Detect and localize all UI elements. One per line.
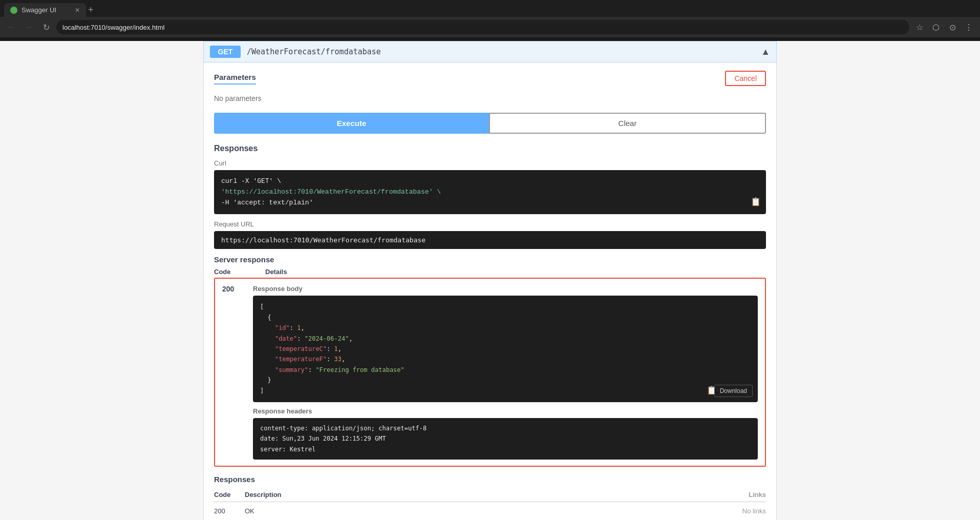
rb-val-tempf: 33	[334, 356, 342, 363]
clear-button[interactable]: Clear	[489, 113, 766, 134]
table-row: 200 OK No links	[214, 502, 766, 520]
header-server: server: Kestrel	[260, 446, 315, 453]
rb-id	[260, 324, 275, 331]
table-code-header: Code	[214, 491, 245, 498]
execute-button[interactable]: Execute	[214, 113, 489, 134]
response-details: Response body [ { "id": 1, "date": "2024…	[253, 285, 758, 460]
curl-block: curl -X 'GET' \ 'https://localhost:7010/…	[214, 170, 766, 214]
browser-chrome: Swagger UI ✕ + ← → ↻ ☆ ⬡ ⊙ ⋮	[0, 0, 980, 36]
rb-bracket-close: ]	[260, 387, 264, 394]
swagger-panel: GET /WeatherForecast/fromdatabase ▲ Para…	[203, 41, 777, 520]
curl-line2: 'https://localhost:7010/WeatherForecast/…	[221, 188, 441, 196]
tab-bar: Swagger UI ✕ +	[0, 0, 980, 17]
rb-date-indent	[260, 335, 275, 342]
nav-right: ☆ ⬡ ⊙ ⋮	[912, 20, 976, 34]
parameters-title: Parameters	[214, 73, 256, 85]
server-response-title: Server response	[214, 255, 766, 264]
copy-curl-icon[interactable]: 📋	[751, 196, 761, 210]
details-header: Details	[265, 268, 287, 276]
nav-bar: ← → ↻ ☆ ⬡ ⊙ ⋮	[0, 17, 980, 37]
rb-obj-close: }	[260, 377, 271, 384]
response-body-label: Response body	[253, 285, 758, 293]
rb-sum-indent	[260, 366, 275, 373]
profile-icon[interactable]: ⊙	[945, 20, 960, 34]
rb-tempc-indent	[260, 345, 275, 352]
response-headers-label: Response headers	[253, 407, 758, 415]
rb-key-id: "id"	[275, 324, 290, 331]
header-date: date: Sun,23 Jun 2024 12:15:29 GMT	[260, 435, 386, 442]
bottom-responses-title: Responses	[214, 475, 766, 484]
curl-line1: curl -X 'GET' \	[221, 177, 281, 185]
rb-bracket-open: [	[260, 303, 264, 310]
tab-close-button[interactable]: ✕	[75, 7, 80, 14]
no-params-text: No parameters	[214, 94, 766, 102]
request-url-label: Request URL	[214, 220, 766, 228]
response-row-top: 200 Response body [ { "id": 1, "date": "…	[222, 285, 758, 460]
curl-line3: -H 'accept: text/plain'	[221, 199, 313, 206]
bookmark-icon[interactable]: ☆	[912, 20, 927, 34]
rb-obj-open: {	[260, 314, 271, 321]
download-button[interactable]: Download	[714, 385, 753, 397]
code-header: Code	[214, 268, 245, 276]
tab-label: Swagger UI	[22, 6, 56, 14]
rb-val-tempc: 1	[334, 345, 338, 352]
active-tab[interactable]: Swagger UI ✕	[4, 3, 86, 17]
page-content: GET /WeatherForecast/fromdatabase ▲ Para…	[0, 41, 980, 520]
extensions-icon[interactable]: ⬡	[929, 20, 943, 34]
menu-icon[interactable]: ⋮	[962, 20, 976, 34]
response-table-header: Code Details	[214, 268, 766, 276]
header-content-type: content-type: application/json; charset=…	[260, 425, 427, 432]
reload-button[interactable]: ↻	[39, 20, 53, 34]
table-header-row: Code Description Links	[214, 488, 766, 502]
method-badge: GET	[210, 46, 241, 58]
rb-val-summary: "Freezing from database"	[315, 366, 404, 373]
endpoint-header: GET /WeatherForecast/fromdatabase ▲	[203, 41, 777, 63]
response-row-200: 200 Response body [ { "id": 1, "date": "…	[214, 278, 766, 467]
tab-favicon	[10, 7, 17, 14]
cancel-button[interactable]: Cancel	[725, 71, 766, 86]
forward-button[interactable]: →	[22, 20, 36, 34]
table-row-description: OK	[245, 507, 725, 515]
responses-heading: Responses	[214, 144, 766, 153]
action-buttons: Execute Clear	[214, 113, 766, 134]
url-bar[interactable]	[56, 20, 909, 34]
back-button[interactable]: ←	[4, 20, 18, 34]
bottom-responses: Responses Code Description Links 200 OK …	[214, 475, 766, 520]
collapse-button[interactable]: ▲	[761, 47, 770, 57]
request-url-block: https://localhost:7010/WeatherForecast/f…	[214, 231, 766, 249]
new-tab-button[interactable]: +	[88, 5, 94, 15]
parameters-section-header: Parameters Cancel	[214, 71, 766, 86]
rb-val-id: 1	[297, 324, 301, 331]
endpoint-path: /WeatherForecast/fromdatabase	[247, 47, 755, 56]
response-headers-block: content-type: application/json; charset=…	[253, 418, 758, 460]
table-row-links: No links	[725, 507, 766, 515]
endpoint-body: Parameters Cancel No parameters Execute …	[203, 63, 777, 520]
response-body-code: [ { "id": 1, "date": "2024-06-24", "temp…	[253, 296, 758, 402]
rb-tempf-indent	[260, 356, 275, 363]
rb-key-tempc: "temperatureC"	[275, 345, 327, 352]
rb-val-date: "2024-06-24"	[305, 335, 349, 342]
curl-label: Curl	[214, 159, 766, 167]
table-links-header: Links	[725, 491, 766, 498]
rb-key-summary: "summary"	[275, 366, 308, 373]
rb-key-tempf: "temperatureF"	[275, 356, 327, 363]
table-row-code: 200	[214, 507, 245, 515]
response-code: 200	[222, 285, 243, 293]
table-description-header: Description	[245, 491, 725, 498]
rb-key-date: "date"	[275, 335, 297, 342]
